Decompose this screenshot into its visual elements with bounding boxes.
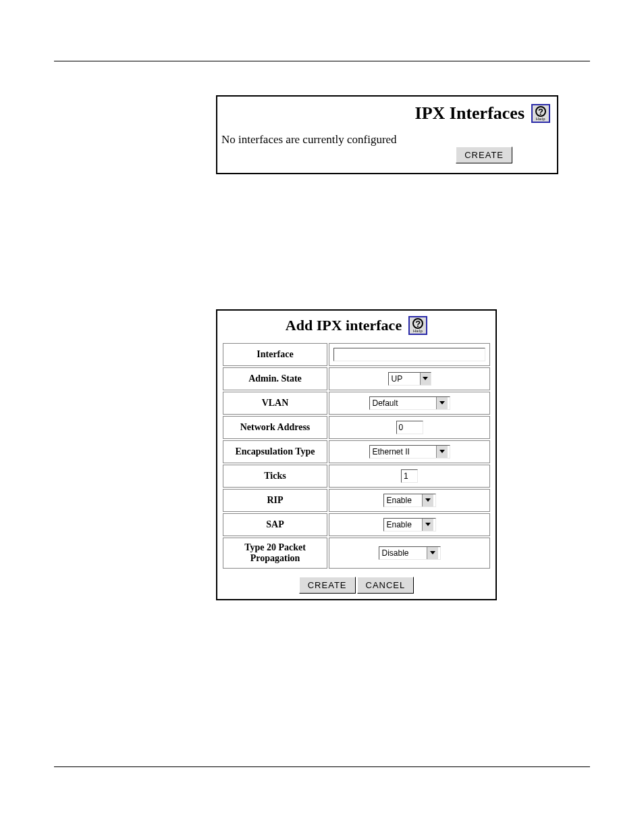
svg-marker-0	[423, 377, 428, 380]
vlan-value: Default	[370, 397, 436, 409]
admin-state-select[interactable]: UP	[388, 372, 431, 386]
chevron-down-icon	[420, 373, 431, 385]
table-row: SAP Enable	[223, 513, 490, 536]
no-interfaces-message: No interfaces are currently configured	[221, 133, 397, 146]
table-row: Encapsulation Type Ethernet II	[223, 440, 490, 463]
table-row: Network Address	[223, 416, 490, 439]
help-icon: ?	[412, 318, 423, 329]
vlan-label: VLAN	[223, 392, 327, 415]
type20-select[interactable]: Disable	[379, 546, 441, 560]
rip-value: Enable	[384, 494, 422, 506]
chevron-down-icon	[427, 547, 438, 559]
table-row: VLAN Default	[223, 392, 490, 415]
help-label: Help	[536, 117, 545, 121]
table-row: Ticks	[223, 465, 490, 488]
network-address-input[interactable]	[396, 421, 423, 434]
rip-select[interactable]: Enable	[383, 494, 436, 507]
table-row: Type 20 Packet Propagation Disable	[223, 538, 490, 569]
vlan-select[interactable]: Default	[369, 396, 450, 410]
help-button[interactable]: ? Help	[408, 316, 427, 335]
table-row: Interface	[223, 343, 490, 366]
encapsulation-type-label: Encapsulation Type	[223, 440, 327, 463]
type20-value: Disable	[379, 547, 427, 559]
chevron-down-icon	[422, 494, 433, 506]
sap-select[interactable]: Enable	[383, 518, 436, 531]
add-ipx-interface-title: Add IPX interface	[286, 317, 402, 334]
table-row: RIP Enable	[223, 489, 490, 512]
encapsulation-type-select[interactable]: Ethernet II	[369, 445, 450, 459]
type20-label: Type 20 Packet Propagation	[223, 538, 327, 569]
svg-marker-1	[439, 401, 445, 405]
svg-marker-2	[439, 450, 445, 453]
form-table: Interface Admin. State UP VLAN	[221, 342, 491, 570]
network-address-label: Network Address	[223, 416, 327, 439]
svg-marker-3	[425, 498, 431, 502]
chevron-down-icon	[436, 446, 448, 458]
sap-value: Enable	[384, 519, 422, 531]
create-button[interactable]: CREATE	[456, 147, 512, 163]
rip-label: RIP	[223, 489, 327, 512]
admin-state-value: UP	[389, 373, 420, 385]
help-label: Help	[413, 329, 423, 333]
interface-label: Interface	[223, 343, 327, 366]
svg-marker-4	[425, 523, 431, 526]
chevron-down-icon	[436, 397, 448, 409]
interface-input[interactable]	[333, 348, 485, 361]
ipx-interfaces-title: IPX Interfaces	[415, 103, 525, 124]
ipx-interfaces-panel: IPX Interfaces ? Help No interfaces are …	[216, 95, 558, 174]
table-row: Admin. State UP	[223, 367, 490, 390]
cancel-button[interactable]: CANCEL	[357, 577, 414, 594]
ticks-input[interactable]	[401, 469, 418, 483]
chevron-down-icon	[422, 519, 433, 531]
encapsulation-type-value: Ethernet II	[370, 446, 436, 458]
help-icon: ?	[535, 106, 546, 117]
admin-state-label: Admin. State	[223, 367, 327, 390]
sap-label: SAP	[223, 513, 327, 536]
help-button[interactable]: ? Help	[531, 104, 550, 123]
ticks-label: Ticks	[223, 465, 327, 488]
add-ipx-interface-panel: Add IPX interface ? Help Interface Admin…	[216, 309, 497, 600]
create-button[interactable]: CREATE	[299, 577, 356, 594]
svg-marker-5	[430, 551, 435, 554]
